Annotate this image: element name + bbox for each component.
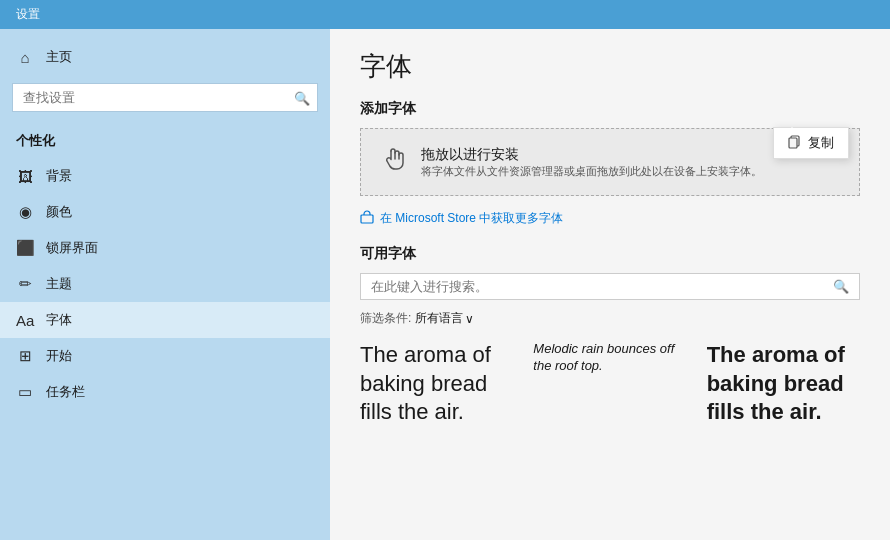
font-icon: Aa	[16, 312, 34, 329]
svg-rect-1	[789, 138, 797, 148]
theme-icon: ✏	[16, 275, 34, 293]
sidebar-item-background[interactable]: 🖼 背景	[0, 158, 330, 194]
font-preview-3: The aroma of baking bread fills the air.	[707, 341, 860, 427]
store-link[interactable]: 在 Microsoft Store 中获取更多字体	[360, 210, 860, 227]
add-font-section-title: 添加字体	[360, 100, 860, 118]
sidebar-start-label: 开始	[46, 347, 72, 365]
drop-zone[interactable]: 拖放以进行安装 将字体文件从文件资源管理器或桌面拖放到此处以在设备上安装字体。 …	[360, 128, 860, 196]
taskbar-icon: ▭	[16, 383, 34, 401]
context-tooltip: 复制	[773, 127, 849, 159]
font-preview-1: The aroma of baking bread fills the air.	[360, 341, 513, 427]
main-content: 字体 添加字体 拖放以进行安装 将字体文件从文件资源管理器或桌面拖放到此处以在设…	[330, 29, 890, 540]
filter-link[interactable]: 所有语言 ∨	[415, 310, 474, 327]
sidebar-item-taskbar[interactable]: ▭ 任务栏	[0, 374, 330, 410]
sidebar-background-label: 背景	[46, 167, 72, 185]
main-layout: ⌂ 主页 🔍 个性化 🖼 背景 ◉ 颜色 ⬛ 锁屏界面 ✏ 主题 Aa 字	[0, 29, 890, 540]
svg-rect-2	[361, 215, 373, 223]
lockscreen-icon: ⬛	[16, 239, 34, 257]
topbar-label: 设置	[16, 7, 40, 21]
sidebar-color-label: 颜色	[46, 203, 72, 221]
sidebar-section-label: 个性化	[0, 124, 330, 158]
sidebar-item-home[interactable]: ⌂ 主页	[0, 39, 330, 75]
sidebar-taskbar-label: 任务栏	[46, 383, 85, 401]
sidebar-font-label: 字体	[46, 311, 72, 329]
sidebar-home-label: 主页	[46, 48, 72, 66]
chevron-down-icon: ∨	[465, 312, 474, 326]
page-title: 字体	[360, 49, 860, 84]
sidebar-search-icon: 🔍	[294, 90, 310, 105]
home-icon: ⌂	[16, 49, 34, 66]
drop-zone-sub-text: 将字体文件从文件资源管理器或桌面拖放到此处以在设备上安装字体。	[421, 164, 839, 179]
top-bar: 设置	[0, 0, 890, 29]
context-copy-label: 复制	[808, 134, 834, 152]
font-preview-2: Melodic rain bounces off the roof top.	[533, 341, 686, 427]
sidebar-item-start[interactable]: ⊞ 开始	[0, 338, 330, 374]
font-preview-3-text: The aroma of baking bread fills the air.	[707, 341, 860, 427]
filter-value: 所有语言	[415, 310, 463, 327]
font-preview-1-text: The aroma of baking bread fills the air.	[360, 341, 513, 427]
store-icon	[360, 210, 374, 227]
sidebar-lockscreen-label: 锁屏界面	[46, 239, 98, 257]
font-preview-2-text: Melodic rain bounces off the roof top.	[533, 341, 686, 375]
filter-row: 筛选条件: 所有语言 ∨	[360, 310, 860, 327]
start-icon: ⊞	[16, 347, 34, 365]
font-preview-grid: The aroma of baking bread fills the air.…	[360, 341, 860, 427]
copy-icon	[788, 135, 802, 152]
font-search-input[interactable]	[371, 279, 825, 294]
sidebar-item-lockscreen[interactable]: ⬛ 锁屏界面	[0, 230, 330, 266]
font-search-icon: 🔍	[833, 279, 849, 294]
available-fonts-title: 可用字体	[360, 245, 860, 263]
sidebar-search-input[interactable]	[12, 83, 318, 112]
drag-icon	[381, 145, 409, 179]
store-link-label: 在 Microsoft Store 中获取更多字体	[380, 210, 563, 227]
sidebar-theme-label: 主题	[46, 275, 72, 293]
color-icon: ◉	[16, 203, 34, 221]
sidebar: ⌂ 主页 🔍 个性化 🖼 背景 ◉ 颜色 ⬛ 锁屏界面 ✏ 主题 Aa 字	[0, 29, 330, 540]
font-search-row: 🔍	[360, 273, 860, 300]
sidebar-item-color[interactable]: ◉ 颜色	[0, 194, 330, 230]
sidebar-item-theme[interactable]: ✏ 主题	[0, 266, 330, 302]
sidebar-search-container: 🔍	[12, 83, 318, 112]
background-icon: 🖼	[16, 168, 34, 185]
filter-label: 筛选条件:	[360, 310, 411, 327]
sidebar-item-font[interactable]: Aa 字体	[0, 302, 330, 338]
